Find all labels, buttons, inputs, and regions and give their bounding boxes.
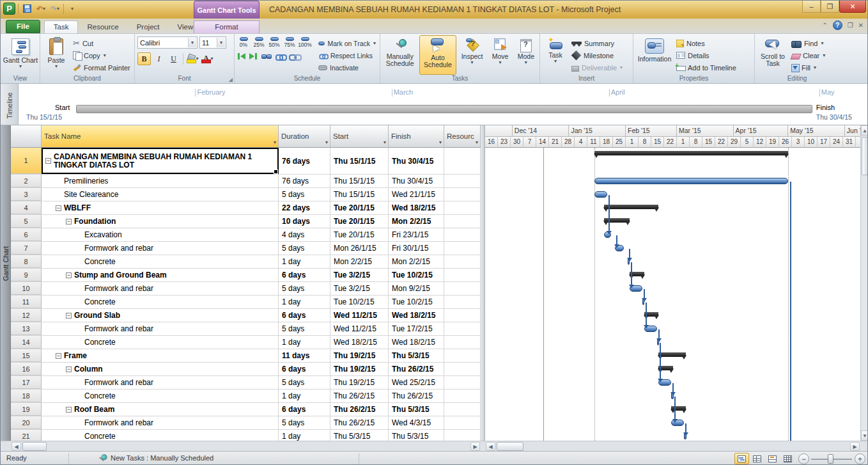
- start-cell[interactable]: Tue 20/1/15: [330, 228, 389, 241]
- timescale-week-cell[interactable]: 15: [702, 137, 715, 148]
- row-id-cell[interactable]: 17: [11, 376, 42, 389]
- insert-deliverable-button[interactable]: Deliverable▾: [570, 61, 624, 74]
- outdent-task-button[interactable]: [237, 53, 245, 59]
- timeline-pane[interactable]: Timeline FebruaryMarchAprilMay Start Thu…: [1, 84, 867, 125]
- task-name-cell[interactable]: Concrete: [42, 336, 279, 349]
- percent-complete-button-75[interactable]: 75%: [282, 36, 297, 48]
- duration-cell[interactable]: 5 days: [279, 188, 330, 201]
- duration-cell[interactable]: 4 days: [279, 228, 330, 241]
- finish-cell[interactable]: Wed 18/2/15: [389, 201, 444, 214]
- zoom-slider-thumb[interactable]: [828, 454, 833, 464]
- help-icon[interactable]: ?: [833, 20, 842, 30]
- project-app-icon[interactable]: P: [3, 3, 15, 15]
- timescale-week-cell[interactable]: 8: [690, 137, 702, 148]
- duration-cell[interactable]: 76 days: [279, 175, 330, 187]
- start-cell[interactable]: Mon 26/1/15: [330, 242, 389, 255]
- task-name-cell[interactable]: Formwork and rebar: [42, 282, 279, 295]
- start-cell[interactable]: Tue 10/2/15: [330, 296, 389, 308]
- timescale-week-cell[interactable]: 7: [523, 137, 536, 148]
- resource-cell[interactable]: [444, 403, 481, 416]
- select-all-corner[interactable]: [11, 125, 42, 148]
- column-header-task-name[interactable]: Task Name▾: [42, 125, 279, 148]
- finish-cell[interactable]: Wed 25/2/15: [389, 376, 444, 389]
- timescale-week-cell[interactable]: 18: [600, 137, 613, 148]
- timeline-pane-tab[interactable]: Timeline: [1, 84, 19, 125]
- mark-on-track-button[interactable]: Mark on Track▾: [316, 37, 378, 49]
- close-button[interactable]: ✕: [839, 1, 866, 13]
- scroll-right-arrow[interactable]: ▶: [850, 442, 860, 451]
- filter-arrow-icon[interactable]: ▾: [476, 139, 478, 145]
- task-name-cell[interactable]: −Frame: [42, 349, 279, 362]
- column-header-start[interactable]: Start▾: [330, 125, 389, 148]
- cut-button[interactable]: ✂Cut: [71, 37, 132, 49]
- timescale-week-cell[interactable]: 4: [575, 137, 587, 148]
- task-name-cell[interactable]: −CADANGAN MEMBINA SEBUAH RUMAH KEDIAMAN …: [42, 148, 279, 174]
- resource-cell[interactable]: [444, 215, 481, 228]
- resource-cell[interactable]: [444, 349, 481, 362]
- bold-button[interactable]: B: [137, 52, 151, 65]
- finish-cell[interactable]: Wed 18/2/15: [389, 309, 444, 322]
- active-view-strip[interactable]: Gantt Chart: [1, 125, 11, 441]
- pane-splitter[interactable]: [481, 125, 485, 441]
- respect-links-button[interactable]: Respect Links: [316, 49, 378, 61]
- column-header-resourc[interactable]: Resourc▾: [444, 125, 481, 148]
- font-size-select[interactable]: 11▾: [199, 36, 226, 49]
- split-task-icon[interactable]: [261, 53, 272, 59]
- timescale-month-cell[interactable]: Dec '14: [513, 125, 570, 137]
- scroll-right-arrow[interactable]: ▶: [470, 442, 480, 451]
- start-cell[interactable]: Tue 3/2/15: [330, 282, 389, 295]
- row-id-cell[interactable]: 5: [11, 215, 42, 228]
- task-name-cell[interactable]: Formwork and rebar: [42, 242, 279, 255]
- tab-project[interactable]: Project: [128, 21, 169, 33]
- row-id-cell[interactable]: 13: [11, 322, 42, 335]
- document-restore-icon[interactable]: ❐: [848, 22, 853, 29]
- finish-cell[interactable]: Mon 2/2/15: [389, 255, 444, 268]
- row-id-cell[interactable]: 8: [11, 255, 42, 268]
- vertical-scroll-thumb[interactable]: [862, 137, 868, 175]
- task-name-cell[interactable]: Formwork and rebar: [42, 416, 279, 429]
- row-id-cell[interactable]: 21: [11, 430, 42, 441]
- timescale-month-cell[interactable]: Jun '15: [845, 125, 860, 137]
- row-id-cell[interactable]: 18: [11, 390, 42, 402]
- finish-cell[interactable]: Thu 5/3/15: [389, 430, 444, 441]
- percent-complete-button-50[interactable]: 50%: [267, 36, 282, 48]
- row-id-cell[interactable]: 1: [11, 148, 42, 174]
- filter-arrow-icon[interactable]: ▾: [384, 139, 386, 145]
- row-id-cell[interactable]: 11: [11, 296, 42, 308]
- finish-cell[interactable]: Thu 30/4/15: [389, 175, 444, 187]
- resource-cell[interactable]: [444, 228, 481, 241]
- resource-cell[interactable]: [444, 188, 481, 201]
- indent-task-button[interactable]: [249, 53, 258, 59]
- finish-cell[interactable]: Tue 10/2/15: [389, 269, 444, 281]
- finish-cell[interactable]: Tue 10/2/15: [389, 296, 444, 308]
- timescale-week-cell[interactable]: 19: [766, 137, 779, 148]
- start-cell[interactable]: Thu 15/1/15: [330, 148, 389, 174]
- timescale-week-cell[interactable]: 25: [613, 137, 626, 148]
- start-cell[interactable]: Tue 20/1/15: [330, 215, 389, 228]
- row-id-cell[interactable]: 12: [11, 309, 42, 322]
- collapse-icon[interactable]: −: [66, 219, 72, 225]
- collapse-icon[interactable]: −: [66, 366, 72, 372]
- resource-cell[interactable]: [444, 175, 481, 187]
- duration-cell[interactable]: 1 day: [279, 296, 330, 308]
- inactivate-button[interactable]: Inactivate: [316, 61, 378, 74]
- filter-arrow-icon[interactable]: ▾: [439, 139, 442, 145]
- duration-cell[interactable]: 76 days: [279, 148, 330, 174]
- resource-cell[interactable]: [444, 390, 481, 402]
- view-task-usage-button[interactable]: [750, 453, 764, 464]
- summary-bar[interactable]: [604, 205, 659, 209]
- filter-arrow-icon[interactable]: ▾: [274, 139, 276, 145]
- link-tasks-icon[interactable]: [275, 53, 285, 59]
- row-id-cell[interactable]: 4: [11, 201, 42, 214]
- inspect-button[interactable]: Inspect▾: [458, 35, 487, 75]
- status-new-tasks[interactable]: New Tasks : Manually Scheduled: [111, 454, 213, 462]
- gantt-chart-view-button[interactable]: Gantt Chart▾: [2, 35, 39, 70]
- timescale-week-cell[interactable]: 30: [511, 137, 523, 148]
- finish-cell[interactable]: Mon 9/2/15: [389, 282, 444, 295]
- start-cell[interactable]: Tue 3/2/15: [330, 269, 389, 281]
- insert-milestone-button[interactable]: Milestone: [570, 49, 624, 61]
- duration-cell[interactable]: 1 day: [279, 255, 330, 268]
- timescale-week-cell[interactable]: 16: [485, 137, 498, 148]
- finish-cell[interactable]: Fri 23/1/15: [389, 228, 444, 241]
- undo-button[interactable]: ↶▾: [35, 3, 47, 15]
